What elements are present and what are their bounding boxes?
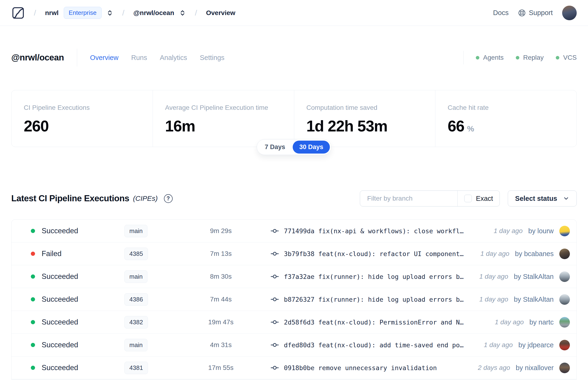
workspace-selector-chevron-icon[interactable] (179, 9, 186, 17)
commit-message[interactable]: dfed80d3 feat(nx-cloud): add time-saved … (284, 342, 464, 349)
author: by nartc (530, 318, 554, 326)
tab-overview[interactable]: Overview (90, 54, 118, 62)
range-7-days-button[interactable]: 7 Days (258, 141, 292, 153)
author: by lourw (528, 227, 554, 235)
table-row[interactable]: Succeeded main 9m 29s 771499da fix(nx-ap… (12, 220, 576, 243)
breadcrumb-workspace[interactable]: @nrwl/ocean (133, 9, 186, 17)
breadcrumb-page: Overview (206, 9, 235, 17)
time-ago: 2 days ago (478, 364, 510, 372)
branch-badge[interactable]: 4382 (124, 316, 148, 328)
user-avatar[interactable] (562, 6, 577, 20)
green-dot-icon (516, 56, 519, 59)
duration: 7m 44s (171, 296, 270, 303)
status-replay[interactable]: Replay (516, 54, 544, 61)
author: by nixallover (516, 364, 554, 372)
status-dot-icon (31, 229, 35, 233)
tab-runs[interactable]: Runs (131, 54, 147, 62)
cipe-section-header: Latest CI Pipeline Executions (CIPEs) ? … (11, 190, 577, 207)
status-vcs[interactable]: VCS (556, 54, 577, 61)
status-dot-icon (31, 343, 35, 347)
branch-filter-input[interactable] (360, 191, 457, 206)
workspace-name: @nrwl/ocean (133, 9, 174, 17)
status-replay-label: Replay (523, 54, 544, 61)
top-nav: / nrwl Enterprise / @nrwl/ocean / Overvi… (0, 0, 588, 26)
exact-checkbox[interactable] (464, 195, 472, 202)
tab-settings[interactable]: Settings (200, 54, 224, 62)
author-avatar (559, 248, 570, 259)
stat-card-average-execution-time: Average CI Pipeline Execution time 16m (153, 90, 294, 147)
workspace-tabs: Overview Runs Analytics Settings (90, 54, 224, 62)
date-range-toggle: 7 Days 30 Days (257, 139, 331, 155)
status-label: Succeeded (42, 227, 78, 235)
duration: 7m 13s (171, 250, 270, 258)
chevron-down-icon (563, 195, 569, 202)
select-status-button[interactable]: Select status (508, 190, 577, 207)
status-label: Succeeded (42, 363, 78, 372)
cipe-table: Succeeded main 9m 29s 771499da fix(nx-ap… (11, 219, 577, 380)
stat-value-number: 66 (448, 117, 464, 135)
status-dot-icon (31, 252, 35, 256)
branch-badge[interactable]: main (124, 225, 148, 237)
stat-card-computation-time-saved: Computation time saved 1d 22h 53m (294, 90, 436, 147)
status-agents[interactable]: Agents (476, 54, 504, 61)
table-row[interactable]: Succeeded 4381 17m 55s 0918b0be remove u… (12, 357, 576, 379)
author-avatar (559, 294, 570, 305)
status-vcs-label: VCS (563, 54, 577, 61)
table-row[interactable]: Failed 4385 7m 13s 3b79fb38 feat(nx-clou… (12, 243, 576, 265)
author-avatar (559, 362, 570, 373)
duration: 17m 55s (171, 364, 270, 372)
branch-badge[interactable]: 4386 (124, 293, 148, 306)
support-label: Support (529, 9, 553, 17)
time-ago: 1 day ago (479, 273, 508, 280)
table-row[interactable]: Succeeded main 8m 30s f37a32ae fix(runne… (12, 265, 576, 288)
commit-message[interactable]: 771499da fix(nx-api & workflows): close … (284, 228, 464, 235)
stat-label: Average CI Pipeline Execution time (165, 104, 289, 112)
stat-card-cache-hit-rate: Cache hit rate 66% (435, 90, 577, 147)
tab-analytics[interactable]: Analytics (160, 54, 187, 62)
git-commit-icon (270, 363, 279, 372)
branch-badge[interactable]: 4385 (124, 247, 148, 260)
commit-message[interactable]: 2d58f6d3 feat(nx-cloud): PermissionError… (284, 319, 464, 326)
breadcrumb-org[interactable]: nrwl Enterprise (45, 7, 113, 19)
table-row[interactable]: Succeeded main 4m 31s dfed80d3 feat(nx-c… (12, 334, 576, 357)
nx-cloud-logo-icon[interactable] (11, 6, 25, 20)
status-label: Failed (42, 249, 61, 258)
git-commit-icon (270, 318, 279, 327)
exact-label[interactable]: Exact (476, 195, 493, 203)
status-dot-icon (31, 320, 35, 324)
status-dot-icon (31, 366, 35, 370)
duration: 19m 47s (171, 318, 270, 326)
range-30-days-button[interactable]: 30 Days (293, 141, 330, 153)
stat-label: Computation time saved (306, 104, 431, 112)
time-ago: 1 day ago (495, 318, 524, 326)
branch-badge[interactable]: main (124, 270, 148, 283)
table-row[interactable]: Succeeded 4382 19m 47s 2d58f6d3 feat(nx-… (12, 311, 576, 334)
breadcrumb-separator: / (34, 8, 36, 18)
branch-badge[interactable]: main (124, 339, 148, 351)
select-status-label: Select status (515, 195, 557, 203)
branch-badge[interactable]: 4381 (124, 362, 148, 374)
exact-checkbox-group: Exact (458, 195, 500, 203)
commit-message[interactable]: b8726327 fix(runner): hide log upload er… (284, 296, 464, 303)
time-ago: 1 day ago (494, 227, 523, 235)
stat-card-ci-pipeline-executions: CI Pipeline Executions 260 (11, 90, 153, 147)
page-title: @nrwl/ocean (11, 53, 64, 62)
page-header: @nrwl/ocean Overview Runs Analytics Sett… (0, 48, 588, 67)
table-row[interactable]: Succeeded 4386 7m 44s b8726327 fix(runne… (12, 288, 576, 311)
docs-link[interactable]: Docs (493, 9, 509, 17)
commit-message[interactable]: f37a32ae fix(runner): hide log upload er… (284, 273, 464, 280)
stat-value: 1d 22h 53m (306, 117, 431, 135)
commit-message[interactable]: 0918b0be remove unnecessary invalidation (284, 364, 437, 372)
stat-label: CI Pipeline Executions (24, 104, 148, 112)
duration: 9m 29s (171, 227, 270, 235)
org-selector-chevron-icon[interactable] (106, 9, 113, 17)
time-ago: 1 day ago (484, 341, 513, 349)
status-label: Succeeded (42, 295, 78, 304)
support-link[interactable]: Support (518, 9, 553, 17)
cipe-title-suffix: (CIPEs) (133, 194, 158, 203)
help-icon[interactable]: ? (164, 194, 173, 203)
commit-message[interactable]: 3b79fb38 feat(nx-cloud): refactor UI com… (284, 250, 464, 258)
time-ago: 1 day ago (479, 296, 508, 303)
duration: 4m 31s (171, 341, 270, 349)
stats-section: CI Pipeline Executions 260 Average CI Pi… (11, 90, 577, 147)
